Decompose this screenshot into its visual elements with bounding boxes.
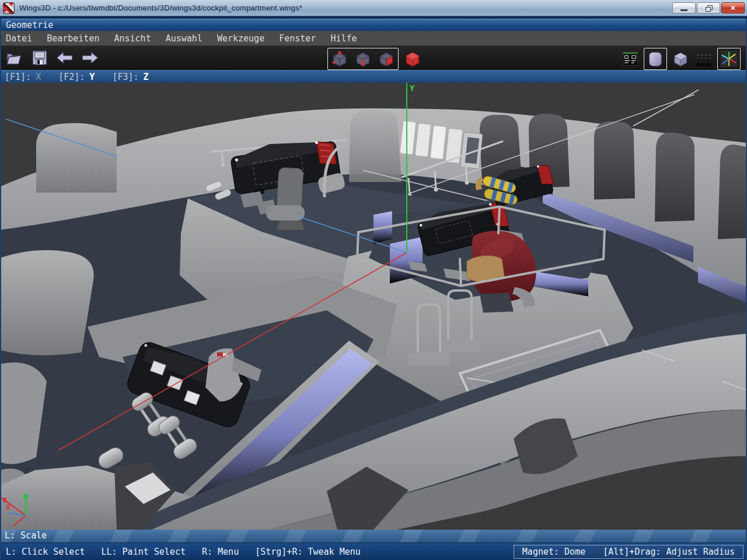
minimize-icon [680, 9, 687, 11]
help-menu: R: Menu [202, 547, 239, 557]
toolbar [0, 46, 747, 70]
ground-plane-button[interactable] [694, 49, 714, 69]
geometry-window-title: Geometrie [6, 20, 53, 30]
help-click-select: L: Click Select [6, 547, 85, 557]
show-axes-active-frame [717, 48, 741, 70]
fkey-constraint-bar: [F1]:X [F2]:Y [F3]:Z [0, 70, 747, 83]
selection-mode-group [327, 48, 399, 70]
help-paint-select: LL: Paint Select [101, 547, 186, 557]
fkey-f2: [F2]:Y [58, 72, 95, 82]
smooth-shaded-button[interactable] [645, 49, 665, 69]
undo-arrow-icon [55, 48, 75, 68]
menu-datei[interactable]: Datei [6, 33, 32, 44]
body-mode-icon [403, 49, 423, 69]
command-status-text: L: Scale [5, 530, 47, 541]
menu-fenster[interactable]: Fenster [279, 33, 316, 44]
menu-werkzeuge[interactable]: Werkzeuge [217, 33, 264, 44]
window-frame-left [0, 19, 1, 560]
restore-button[interactable] [697, 2, 720, 13]
geometry-window-titlebar[interactable]: Geometrie [0, 19, 747, 31]
smooth-shaded-active-frame [644, 48, 667, 70]
wings3d-window: Wings3D - c:/Users/tlwmdbt/Documents/3D/… [0, 0, 747, 560]
fkey-f3: [F3]:Z [112, 72, 148, 82]
show-axes-button[interactable] [719, 49, 739, 69]
close-icon: ✕ [730, 5, 736, 12]
view-settings-button[interactable] [620, 49, 640, 69]
redo-arrow-icon [80, 48, 100, 68]
show-axes-icon [720, 50, 738, 68]
wings3d-app-icon [3, 2, 15, 14]
menu-bearbeiten[interactable]: Bearbeiten [47, 33, 99, 44]
edge-mode-button[interactable] [353, 49, 373, 69]
ground-plane-icon [694, 50, 713, 68]
window-title: Wings3D - c:/Users/tlwmdbt/Documents/3D/… [19, 4, 302, 12]
vertex-mode-icon [330, 50, 349, 68]
face-mode-button[interactable] [376, 49, 396, 69]
viewport-3d-canvas[interactable]: Y X [0, 83, 747, 530]
save-file-icon [30, 48, 50, 68]
minimize-button[interactable] [672, 2, 696, 13]
mouse-help: L: Click Select LL: Paint Select R: Menu… [0, 547, 361, 557]
vertex-mode-button[interactable] [330, 49, 350, 69]
save-file-button[interactable] [30, 48, 50, 68]
help-tweak-menu: [Strg]+R: Tweak Menu [255, 547, 361, 557]
flat-shaded-button[interactable] [671, 49, 690, 69]
command-status-bar: L: Scale [0, 530, 747, 542]
menu-bar: Datei Bearbeiten Ansicht Auswahl Werkzeu… [0, 31, 747, 46]
menu-auswahl[interactable]: Auswahl [166, 33, 203, 44]
axis-x-label: X [6, 503, 11, 512]
close-button[interactable]: ✕ [721, 2, 745, 13]
face-mode-icon [377, 50, 396, 68]
help-bar: L: Click Select LL: Paint Select R: Menu… [0, 542, 747, 560]
undo-button[interactable] [55, 48, 75, 68]
magnet-status-field: Magnet: Dome [Alt]+Drag: Adjust Radius [514, 545, 743, 559]
title-bar[interactable]: Wings3D - c:/Users/tlwmdbt/Documents/3D/… [0, 0, 747, 16]
redo-button[interactable] [80, 48, 100, 68]
menu-hilfe[interactable]: Hilfe [330, 33, 357, 44]
restore-icon [706, 5, 712, 10]
open-file-icon [5, 48, 25, 68]
smooth-shaded-icon [646, 50, 665, 68]
view-settings-icon [621, 50, 640, 68]
edge-mode-icon [354, 50, 372, 68]
wall-rib-light [349, 110, 402, 182]
magnet-mode: Magnet: Dome [522, 547, 585, 557]
fkey-f1: [F1]:X [5, 72, 41, 82]
flat-shaded-icon [671, 50, 690, 68]
body-mode-button[interactable] [403, 49, 423, 69]
magnet-adjust-hint: [Alt]+Drag: Adjust Radius [603, 547, 735, 557]
open-file-button[interactable] [5, 48, 25, 68]
axis-y-label: Y [410, 83, 415, 93]
menu-ansicht[interactable]: Ansicht [114, 33, 151, 44]
